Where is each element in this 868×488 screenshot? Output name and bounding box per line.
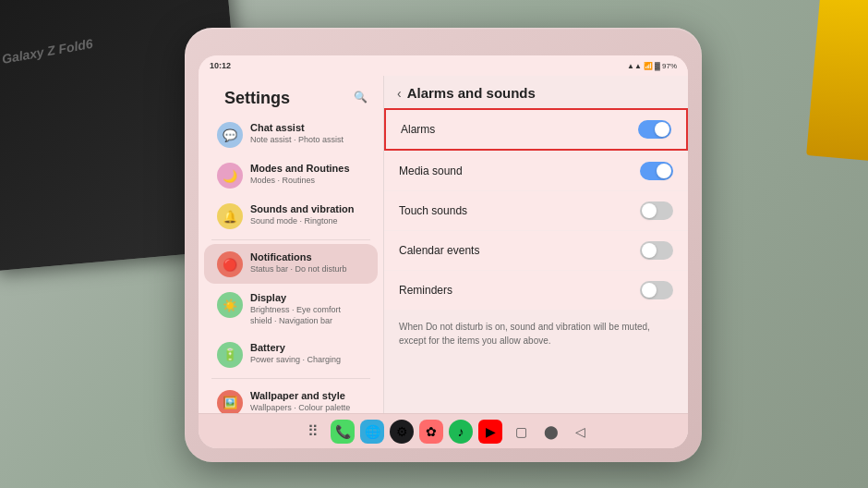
settings-item-subtitle-notifications: Status bar · Do not disturb bbox=[250, 264, 365, 275]
settings-title: Settings bbox=[211, 79, 303, 114]
status-time: 10:12 bbox=[210, 61, 231, 70]
settings-item-text-modes-routines: Modes and Routines Modes · Routines bbox=[250, 162, 365, 187]
back-button[interactable]: ‹ bbox=[397, 86, 402, 101]
row-label-reminders: Reminders bbox=[399, 284, 452, 297]
settings-item-title-sounds-vibration: Sounds and vibration bbox=[250, 202, 365, 215]
settings-item-title-battery: Battery bbox=[250, 341, 365, 354]
settings-item-text-battery: Battery Power saving · Charging bbox=[250, 341, 365, 366]
signal-icon: ▲▲ bbox=[627, 62, 642, 70]
settings-item-modes-routines[interactable]: 🌙 Modes and Routines Modes · Routines bbox=[204, 155, 378, 195]
detail-rows-list: Alarms Media sound Touch sounds Calendar… bbox=[384, 108, 688, 310]
settings-items-list: 💬 Chat assist Note assist · Photo assist… bbox=[199, 115, 383, 413]
nav-buttons: ▢ ⬤ ◁ bbox=[515, 424, 585, 439]
settings-item-text-chat-assist: Chat assist Note assist · Photo assist bbox=[250, 121, 365, 146]
detail-row-media-sound: Media sound bbox=[384, 152, 688, 190]
dock-browser-app[interactable]: 🌐 bbox=[360, 420, 384, 444]
settings-item-display[interactable]: ☀️ Display Brightness · Eye comfort shie… bbox=[204, 285, 378, 334]
settings-item-title-chat-assist: Chat assist bbox=[250, 121, 365, 134]
settings-item-chat-assist[interactable]: 💬 Chat assist Note assist · Photo assist bbox=[204, 115, 378, 154]
phone-device: 10:12 ▲▲ 📶 ▓ 97% Settings 🔍 💬 Chat assis… bbox=[185, 28, 702, 462]
row-label-alarms: Alarms bbox=[401, 123, 435, 136]
settings-item-notifications[interactable]: 🔴 Notifications Status bar · Do not dist… bbox=[204, 244, 378, 284]
settings-item-subtitle-chat-assist: Note assist · Photo assist bbox=[250, 135, 365, 146]
row-label-media-sound: Media sound bbox=[399, 165, 463, 177]
settings-item-subtitle-sounds-vibration: Sound mode · Ringtone bbox=[250, 216, 365, 227]
detail-panel: ‹ Alarms and sounds Alarms Media sound T… bbox=[383, 76, 688, 413]
settings-item-sounds-vibration[interactable]: 🔔 Sounds and vibration Sound mode · Ring… bbox=[204, 196, 378, 236]
divider-5 bbox=[211, 378, 370, 379]
toggle-media-sound[interactable] bbox=[640, 162, 673, 180]
settings-item-subtitle-display: Brightness · Eye comfort shield · Naviga… bbox=[250, 305, 365, 326]
toggle-reminders[interactable] bbox=[640, 281, 673, 299]
settings-item-icon-modes-routines: 🌙 bbox=[217, 163, 243, 189]
divider-2 bbox=[211, 239, 370, 240]
detail-row-touch-sounds: Touch sounds bbox=[384, 191, 688, 230]
settings-item-subtitle-battery: Power saving · Charging bbox=[250, 355, 365, 366]
battery-icon: ▓ 97% bbox=[655, 62, 677, 70]
nav-back[interactable]: ◁ bbox=[575, 424, 585, 439]
settings-item-icon-chat-assist: 💬 bbox=[217, 122, 243, 148]
toggle-calendar-events[interactable] bbox=[640, 241, 673, 260]
dock-phone-app[interactable]: 📞 bbox=[331, 420, 355, 444]
detail-header: ‹ Alarms and sounds bbox=[384, 76, 688, 108]
dock-spotify-app[interactable]: ♪ bbox=[449, 420, 473, 444]
app-dock: ⠿ 📞 🌐 ⚙ ✿ ♪ ▶ ▢ ⬤ ◁ bbox=[199, 413, 688, 448]
settings-item-icon-wallpaper-style: 🖼️ bbox=[217, 390, 243, 413]
settings-item-title-display: Display bbox=[250, 291, 365, 304]
settings-item-icon-battery: 🔋 bbox=[217, 342, 243, 368]
settings-item-text-wallpaper-style: Wallpaper and style Wallpapers · Colour … bbox=[250, 389, 365, 413]
dock-grid-button[interactable]: ⠿ bbox=[301, 420, 325, 444]
detail-panel-title: Alarms and sounds bbox=[407, 85, 536, 101]
settings-item-title-wallpaper-style: Wallpaper and style bbox=[250, 389, 365, 402]
phone-screen: 10:12 ▲▲ 📶 ▓ 97% Settings 🔍 💬 Chat assis… bbox=[199, 55, 688, 448]
nav-home[interactable]: ⬤ bbox=[544, 424, 559, 439]
nav-recents[interactable]: ▢ bbox=[515, 424, 527, 439]
settings-item-icon-sounds-vibration: 🔔 bbox=[217, 203, 243, 229]
wifi-icon: 📶 bbox=[644, 62, 653, 70]
settings-item-text-notifications: Notifications Status bar · Do not distur… bbox=[250, 250, 365, 275]
screen-content: Settings 🔍 💬 Chat assist Note assist · P… bbox=[199, 76, 688, 413]
settings-item-subtitle-wallpaper-style: Wallpapers · Colour palette bbox=[250, 403, 365, 413]
row-label-calendar-events: Calendar events bbox=[399, 244, 479, 257]
settings-item-title-notifications: Notifications bbox=[250, 250, 365, 263]
dock-flower-app[interactable]: ✿ bbox=[419, 420, 443, 444]
dnd-note: When Do not disturb is on, sound and vib… bbox=[384, 311, 688, 357]
dock-samsung-app[interactable]: ⚙ bbox=[390, 420, 414, 444]
settings-item-subtitle-modes-routines: Modes · Routines bbox=[250, 176, 365, 187]
dock-youtube-app[interactable]: ▶ bbox=[478, 420, 502, 444]
row-label-touch-sounds: Touch sounds bbox=[399, 204, 467, 217]
settings-item-wallpaper-style[interactable]: 🖼️ Wallpaper and style Wallpapers · Colo… bbox=[204, 383, 378, 413]
settings-panel: Settings 🔍 💬 Chat assist Note assist · P… bbox=[199, 76, 383, 413]
detail-row-reminders: Reminders bbox=[384, 271, 688, 310]
detail-row-alarms: Alarms bbox=[384, 108, 688, 151]
settings-item-battery[interactable]: 🔋 Battery Power saving · Charging bbox=[204, 335, 378, 374]
toggle-alarms[interactable] bbox=[638, 120, 671, 139]
status-icons: ▲▲ 📶 ▓ 97% bbox=[627, 62, 677, 70]
toggle-touch-sounds[interactable] bbox=[640, 201, 673, 220]
settings-item-text-display: Display Brightness · Eye comfort shield … bbox=[250, 291, 365, 327]
settings-item-text-sounds-vibration: Sounds and vibration Sound mode · Ringto… bbox=[250, 202, 365, 227]
status-bar: 10:12 ▲▲ 📶 ▓ 97% bbox=[199, 55, 688, 76]
settings-item-icon-display: ☀️ bbox=[217, 292, 243, 318]
product-box-label: Galaxy Z Fold6 bbox=[1, 36, 94, 67]
detail-row-calendar-events: Calendar events bbox=[384, 231, 688, 270]
search-button[interactable]: 🔍 bbox=[350, 87, 370, 107]
settings-item-title-modes-routines: Modes and Routines bbox=[250, 162, 365, 175]
settings-item-icon-notifications: 🔴 bbox=[217, 251, 243, 277]
